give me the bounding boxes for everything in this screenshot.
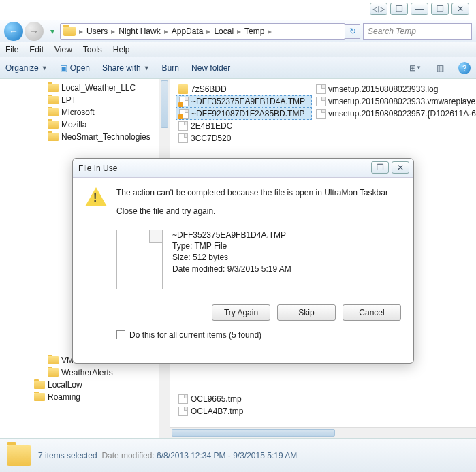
- crumb-appdata[interactable]: AppData: [169, 27, 206, 36]
- file-icon: [178, 394, 188, 404]
- file-icon: [179, 109, 189, 119]
- tree-item[interactable]: Microsoft: [48, 106, 170, 119]
- file-in-use-dialog: File In Use ❐ ✕ The action can't be comp…: [72, 158, 414, 364]
- content-scrollbar[interactable]: [170, 427, 476, 438]
- dialog-filemodified: Date modified: 9/3/2015 5:19 AM: [172, 264, 291, 275]
- folder-icon: [48, 356, 59, 364]
- list-item[interactable]: 3CC7D520: [176, 132, 312, 144]
- status-text: 7 items selected Date modified: 6/8/2013…: [38, 451, 297, 460]
- dialog-filesize: Size: 512 bytes: [172, 252, 291, 264]
- warning-icon: [85, 187, 107, 209]
- cancel-button[interactable]: Cancel: [343, 304, 401, 321]
- list-item[interactable]: 7zS6BDD: [176, 83, 312, 95]
- newfolder-button[interactable]: New folder: [191, 63, 230, 73]
- folder-icon: [48, 368, 59, 377]
- list-item[interactable]: vmsetup.20150808023933.vmwareplaye: [313, 95, 476, 108]
- dialog-filename: ~DFF352375EA9FB1D4A.TMP: [172, 230, 291, 241]
- dialog-instruction: Close the file and try again.: [116, 206, 388, 217]
- window-controls: ◁▷ ❐ — ❐ ✕: [370, 3, 469, 15]
- search-input[interactable]: Search Temp: [363, 23, 472, 40]
- menu-file[interactable]: File: [5, 45, 18, 54]
- pane-toggle-button[interactable]: ◁▷: [370, 3, 387, 15]
- dialog-restore-button[interactable]: ❐: [371, 161, 389, 174]
- file-icon: [116, 230, 163, 289]
- file-icon: [316, 97, 326, 106]
- apply-all-checkbox[interactable]: [116, 330, 125, 339]
- list-item[interactable]: OCLA4B7.tmp: [176, 405, 312, 418]
- back-button[interactable]: ←: [4, 22, 23, 41]
- list-item[interactable]: OCL9665.tmp: [176, 393, 312, 405]
- folder-icon: [63, 27, 76, 36]
- status-bar: 7 items selected Date modified: 6/8/2013…: [0, 438, 476, 472]
- crumb-temp[interactable]: Temp: [242, 27, 267, 36]
- file-icon: [178, 121, 188, 131]
- dialog-message: The action can't be completed because th…: [116, 187, 388, 199]
- tree-item[interactable]: Mozilla: [48, 119, 170, 131]
- close-button[interactable]: ✕: [451, 3, 469, 15]
- list-item[interactable]: 2E4B1EDC: [176, 120, 312, 132]
- organize-button[interactable]: Organize▼: [5, 63, 48, 73]
- folder-icon: [48, 133, 59, 141]
- tree-item[interactable]: LPT: [48, 94, 170, 106]
- file-icon: [179, 97, 189, 106]
- crumb-users[interactable]: Users: [84, 27, 110, 36]
- folder-icon: [48, 96, 59, 104]
- maximize-button[interactable]: ❐: [431, 3, 449, 15]
- tree-item[interactable]: WeatherAlerts: [48, 366, 170, 379]
- menu-tools[interactable]: Tools: [83, 45, 102, 54]
- tree-item[interactable]: NeoSmart_Technologies: [48, 131, 170, 143]
- breadcrumb[interactable]: ▸ Users▸ Night Hawk▸ AppData▸ Local▸ Tem…: [60, 23, 345, 40]
- dialog-close-button[interactable]: ✕: [392, 161, 409, 174]
- apply-all-label: Do this for all current items (5 found): [129, 330, 261, 340]
- lock-icon: [178, 114, 183, 119]
- toolbar: Organize▼ ▣Open Share with▼ Burn New fol…: [0, 57, 476, 79]
- folder-icon: [48, 108, 59, 116]
- preview-pane-button[interactable]: ▥: [434, 62, 446, 74]
- open-button[interactable]: ▣Open: [60, 63, 90, 73]
- list-item[interactable]: vmsetup.20150808023933.log: [313, 83, 476, 95]
- list-item[interactable]: ~DFF921087D1F2A85BD.TMP: [176, 108, 312, 120]
- folder-icon: [7, 445, 31, 466]
- burn-button[interactable]: Burn: [162, 63, 179, 73]
- history-dropdown[interactable]: ▾: [48, 25, 57, 38]
- tree-item[interactable]: Roaming: [34, 391, 170, 403]
- restore-button[interactable]: ❐: [390, 3, 408, 15]
- folder-icon: [48, 121, 59, 129]
- menu-bar: File Edit View Tools Help: [0, 42, 476, 57]
- skip-button[interactable]: Skip: [277, 304, 336, 321]
- folder-icon: [48, 84, 59, 92]
- folder-icon: [178, 84, 188, 94]
- tree-item[interactable]: Local_Weather_LLC: [48, 82, 170, 94]
- menu-help[interactable]: Help: [113, 45, 130, 54]
- crumb-nighthawk[interactable]: Night Hawk: [116, 27, 163, 36]
- list-item[interactable]: vmsetup.20150808023957.{D102611A-64: [313, 108, 476, 120]
- try-again-button[interactable]: Try Again: [212, 304, 270, 321]
- lock-icon: [178, 102, 183, 107]
- help-button[interactable]: ?: [458, 62, 471, 74]
- nav-bar: ← → ▾ ▸ Users▸ Night Hawk▸ AppData▸ Loca…: [0, 20, 476, 42]
- menu-edit[interactable]: Edit: [29, 45, 44, 54]
- list-item[interactable]: ~DFF352375EA9FB1D4A.TMP: [176, 95, 312, 108]
- menu-view[interactable]: View: [54, 45, 72, 54]
- minimize-button[interactable]: —: [411, 3, 428, 15]
- file-icon: [178, 133, 188, 143]
- folder-icon: [34, 393, 45, 401]
- file-icon: [316, 84, 326, 94]
- file-icon: [178, 407, 188, 416]
- tree-item[interactable]: LocalLow: [34, 379, 170, 391]
- file-icon: [316, 109, 326, 119]
- dialog-filetype: Type: TMP File: [172, 240, 291, 252]
- refresh-button[interactable]: ↻: [345, 24, 360, 39]
- folder-icon: [34, 381, 45, 389]
- dialog-title: File In Use: [73, 159, 413, 178]
- crumb-local[interactable]: Local: [211, 27, 236, 36]
- forward-button[interactable]: →: [25, 22, 44, 41]
- share-button[interactable]: Share with▼: [102, 63, 150, 73]
- view-mode-button[interactable]: ⊞▼: [409, 62, 422, 74]
